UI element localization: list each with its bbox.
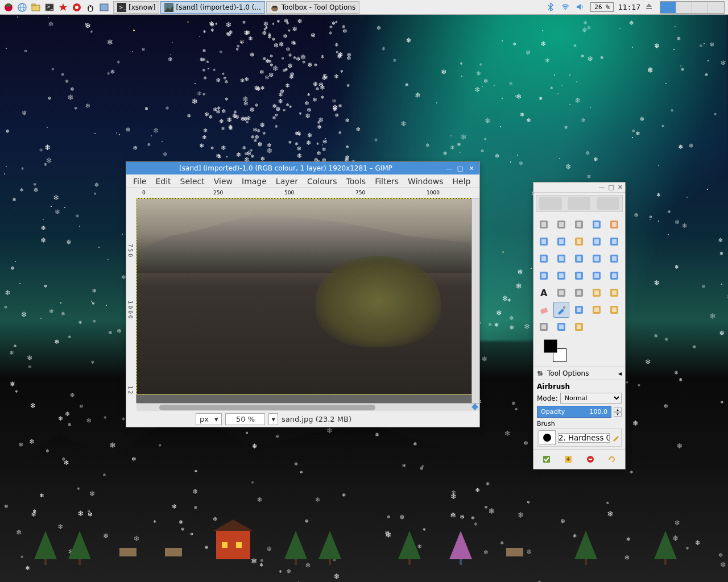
foreground-color-swatch[interactable] (544, 339, 557, 353)
opacity-slider[interactable]: Opacity 100.0 (537, 406, 611, 418)
free-select-tool[interactable] (571, 217, 587, 232)
toolbox-minimize-button[interactable]: — (598, 184, 605, 191)
app-icon-tux[interactable] (84, 1, 97, 14)
foreground-select-tool[interactable] (553, 234, 569, 250)
detach-icon[interactable]: ◂ (618, 369, 622, 377)
eject-icon[interactable] (645, 2, 655, 13)
menu-tools[interactable]: Tools (342, 176, 371, 187)
close-button[interactable]: ✕ (467, 164, 476, 173)
rectangle-select-tool[interactable] (536, 217, 552, 232)
zoom-tool[interactable] (606, 234, 622, 250)
gimp-titlebar[interactable]: [sand] (imported)-1.0 (RGB colour, 1 lay… (126, 162, 479, 174)
image-canvas[interactable] (136, 198, 471, 403)
bluetooth-icon[interactable] (546, 2, 556, 13)
tool-options-header[interactable]: Tool Options ◂ (533, 367, 625, 380)
color-swatches[interactable] (544, 339, 566, 362)
blur-tool[interactable] (553, 319, 569, 335)
eraser-tool[interactable] (536, 302, 552, 318)
workspace-2[interactable] (676, 2, 692, 13)
workspace-pager[interactable] (660, 1, 725, 14)
clock[interactable]: 11:17 (618, 3, 640, 11)
dodge-tool[interactable] (571, 319, 587, 335)
cage-tool[interactable] (606, 268, 622, 284)
zoom-selector[interactable]: 50 % (225, 413, 265, 425)
menu-windows[interactable]: Windows (403, 176, 448, 187)
horizontal-scrollbar[interactable] (136, 403, 479, 411)
workspace-3[interactable] (692, 2, 708, 13)
app-icon-red[interactable] (57, 1, 69, 14)
minimize-button[interactable]: — (444, 164, 453, 173)
taskbar-button[interactable]: [sand] (imported)-1.0 (... (160, 1, 264, 14)
menu-layer[interactable]: Layer (271, 176, 303, 187)
opacity-spinner[interactable]: ▴▾ (614, 408, 622, 417)
zoom-dropdown[interactable]: ▾ (268, 413, 278, 425)
shear-tool[interactable] (553, 268, 569, 284)
taskbar-button[interactable]: Toolbox - Tool Options (266, 1, 359, 14)
perspective-tool[interactable] (571, 268, 587, 284)
heal-tool[interactable] (606, 302, 622, 318)
brush-edit-icon[interactable] (612, 434, 620, 442)
brush-name-field[interactable] (558, 433, 610, 443)
sand-image[interactable] (136, 198, 471, 394)
toolbox-titlebar[interactable]: — □ ✕ (533, 182, 625, 193)
airbrush-tool[interactable] (553, 302, 569, 318)
navigation-icon[interactable] (471, 403, 479, 411)
vertical-scrollbar[interactable] (471, 198, 479, 403)
crop-tool[interactable] (589, 251, 605, 267)
save-options-icon[interactable] (540, 453, 553, 465)
toolbox-maximize-button[interactable]: □ (608, 184, 614, 191)
pencil-tool[interactable] (589, 285, 605, 301)
app-icon-red2[interactable] (71, 1, 83, 14)
paths-tool[interactable] (571, 234, 587, 250)
text-tool[interactable]: A (536, 285, 552, 301)
workspace-1[interactable] (660, 2, 676, 13)
toolbox-drop-area[interactable] (536, 195, 623, 212)
ink-tool[interactable] (571, 302, 587, 318)
delete-options-icon[interactable] (584, 453, 597, 465)
menu-launcher-icon[interactable] (2, 1, 15, 14)
restore-options-icon[interactable] (562, 453, 574, 465)
menu-help[interactable]: Help (448, 176, 475, 187)
menu-file[interactable]: File (129, 176, 151, 187)
workspace-4[interactable] (708, 2, 724, 13)
fuzzy-select-tool[interactable] (589, 217, 605, 232)
clone-tool[interactable] (589, 302, 605, 318)
battery-indicator[interactable]: 26 % (590, 2, 614, 12)
menu-image[interactable]: Image (237, 176, 271, 187)
blend-tool[interactable] (571, 285, 587, 301)
scale-tool[interactable] (536, 268, 552, 284)
brush-preview[interactable] (539, 430, 556, 445)
show-desktop-icon[interactable] (98, 1, 110, 14)
terminal-icon[interactable]: >_ (43, 1, 56, 14)
bucket-fill-tool[interactable] (553, 285, 569, 301)
menu-colours[interactable]: Colours (303, 176, 342, 187)
reset-options-icon[interactable] (606, 453, 618, 465)
unit-selector[interactable]: px▾ (196, 413, 222, 425)
toolbox-close-button[interactable]: ✕ (618, 184, 623, 191)
svg-point-14 (89, 6, 90, 7)
maximize-button[interactable]: □ (456, 164, 465, 173)
smudge-tool[interactable] (536, 319, 552, 335)
menu-select[interactable]: Select (176, 176, 209, 187)
menu-filters[interactable]: Filters (370, 176, 403, 187)
file-manager-icon[interactable] (30, 1, 42, 14)
scissors-tool[interactable] (536, 234, 552, 250)
menu-edit[interactable]: Edit (151, 176, 175, 187)
wifi-icon[interactable] (561, 2, 571, 13)
move-tool[interactable] (553, 251, 569, 267)
measure-tool[interactable] (536, 251, 552, 267)
mode-selector[interactable]: Normal (560, 393, 622, 404)
flip-tool[interactable] (589, 268, 605, 284)
menu-view[interactable]: View (209, 176, 237, 187)
horizontal-ruler[interactable]: 02505007501000 (136, 188, 479, 198)
web-browser-icon[interactable] (16, 1, 28, 14)
select-by-color-tool[interactable] (606, 217, 622, 232)
rotate-tool[interactable] (606, 251, 622, 267)
color-picker-tool[interactable] (589, 234, 605, 250)
ellipse-select-tool[interactable] (553, 217, 569, 232)
volume-icon[interactable] (576, 2, 586, 13)
align-tool[interactable] (571, 251, 587, 267)
taskbar-button[interactable]: >_[xsnow] (113, 1, 159, 14)
paintbrush-tool[interactable] (606, 285, 622, 301)
vertical-ruler[interactable]: 7 5 0 1 0 0 0 1 2 (126, 198, 136, 403)
